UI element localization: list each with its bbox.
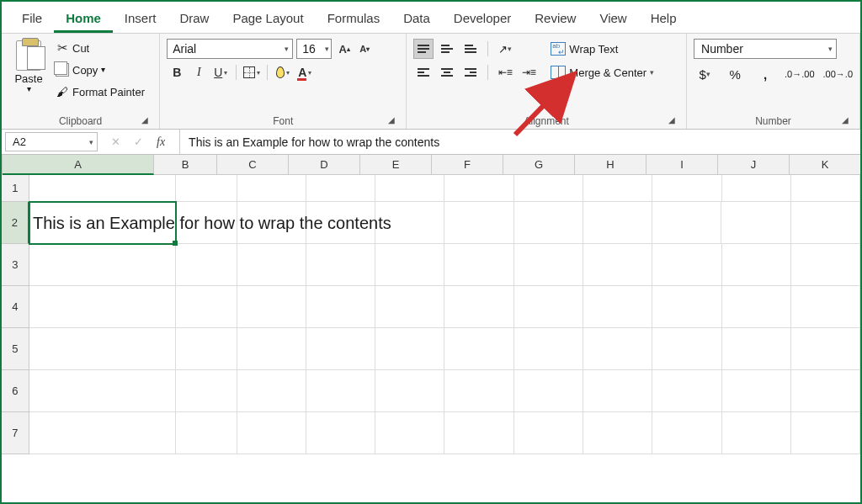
fill-color-button[interactable]	[273, 62, 293, 82]
dialog-launcher-font[interactable]: ◢	[386, 114, 397, 125]
cell-B3[interactable]	[176, 244, 237, 286]
cancel-formula-icon[interactable]: ✕	[111, 135, 120, 148]
row-header-7[interactable]: 7	[2, 412, 29, 454]
column-header-B[interactable]: B	[154, 155, 217, 175]
cell-J7[interactable]	[722, 412, 791, 454]
copy-button[interactable]: Copy ▾	[54, 61, 146, 79]
increase-decimal-button[interactable]: .0→.00	[785, 64, 814, 84]
cell-C4[interactable]	[237, 286, 306, 328]
cell-K7[interactable]	[791, 412, 860, 454]
row-header-6[interactable]: 6	[2, 370, 29, 412]
align-bottom-button[interactable]	[460, 39, 481, 59]
cell-K1[interactable]	[791, 175, 860, 202]
cell-I4[interactable]	[652, 286, 721, 328]
cell-F3[interactable]	[444, 244, 513, 286]
name-box[interactable]: A2 ▾	[5, 132, 98, 151]
column-header-G[interactable]: G	[503, 155, 575, 175]
tab-review[interactable]: Review	[523, 4, 588, 33]
column-header-A[interactable]: A	[3, 155, 154, 175]
align-top-button[interactable]	[413, 39, 434, 59]
cut-button[interactable]: Cut	[54, 39, 146, 57]
dialog-launcher-number[interactable]: ◢	[839, 114, 851, 125]
column-header-K[interactable]: K	[790, 155, 861, 175]
cell-H6[interactable]	[583, 370, 652, 412]
cell-B4[interactable]	[176, 286, 237, 328]
tab-draw[interactable]: Draw	[168, 4, 221, 33]
tab-formulas[interactable]: Formulas	[316, 4, 392, 33]
cell-K2[interactable]	[791, 202, 860, 244]
borders-button[interactable]	[242, 62, 262, 82]
dialog-launcher-alignment[interactable]: ◢	[666, 114, 678, 125]
tab-home[interactable]: Home	[54, 4, 113, 33]
column-header-E[interactable]: E	[360, 155, 432, 175]
italic-button[interactable]: I	[189, 62, 209, 82]
column-header-C[interactable]: C	[217, 155, 289, 175]
cell-A2[interactable]: This is an Example for how to wrap the c…	[29, 202, 176, 244]
cell-G7[interactable]	[514, 412, 583, 454]
number-format-select[interactable]: Number ▾	[694, 39, 837, 59]
bold-button[interactable]: B	[167, 62, 187, 82]
percent-format-button[interactable]: %	[724, 64, 746, 84]
cell-I2[interactable]	[652, 202, 721, 244]
cell-B2[interactable]	[176, 202, 237, 244]
cell-G1[interactable]	[514, 175, 583, 202]
paste-button[interactable]: Paste ▾	[8, 39, 49, 95]
cell-H1[interactable]	[583, 175, 652, 202]
column-header-F[interactable]: F	[432, 155, 503, 175]
cell-D5[interactable]	[306, 328, 375, 370]
cell-A5[interactable]	[29, 328, 176, 370]
column-header-I[interactable]: I	[646, 155, 718, 175]
cell-I1[interactable]	[652, 175, 721, 202]
tab-insert[interactable]: Insert	[113, 4, 168, 33]
tab-data[interactable]: Data	[391, 4, 442, 33]
cell-J6[interactable]	[722, 370, 791, 412]
cell-H2[interactable]	[583, 202, 652, 244]
cell-I6[interactable]	[652, 370, 721, 412]
cell-G4[interactable]	[514, 286, 583, 328]
cell-C3[interactable]	[237, 244, 306, 286]
cell-D3[interactable]	[306, 244, 375, 286]
cell-D4[interactable]	[306, 286, 375, 328]
enter-formula-icon[interactable]: ✓	[134, 135, 143, 148]
cell-G2[interactable]	[514, 202, 583, 244]
cell-E6[interactable]	[375, 370, 444, 412]
cell-H7[interactable]	[583, 412, 652, 454]
shrink-font-button[interactable]: A▾	[355, 39, 374, 59]
cell-J2[interactable]	[721, 202, 790, 244]
insert-function-button[interactable]: fx	[157, 135, 165, 149]
cell-K4[interactable]	[791, 286, 860, 328]
tab-developer[interactable]: Developer	[442, 4, 523, 33]
cell-A6[interactable]	[29, 370, 176, 412]
cell-B1[interactable]	[176, 175, 237, 202]
font-color-button[interactable]: A	[295, 62, 315, 82]
cell-C2[interactable]	[237, 202, 306, 244]
cell-A1[interactable]	[29, 175, 176, 202]
format-painter-button[interactable]: Format Painter	[54, 82, 146, 101]
cell-E2[interactable]	[375, 202, 444, 244]
tab-file[interactable]: File	[10, 4, 54, 33]
cell-K5[interactable]	[791, 328, 860, 370]
cell-C7[interactable]	[237, 412, 306, 454]
cell-H4[interactable]	[583, 286, 652, 328]
column-header-J[interactable]: J	[718, 155, 790, 175]
underline-button[interactable]: U	[210, 62, 231, 82]
row-header-3[interactable]: 3	[2, 244, 29, 286]
merge-center-button[interactable]: Merge & Center ▾	[549, 62, 656, 82]
cell-A7[interactable]	[29, 412, 176, 454]
increase-indent-button[interactable]: ⇥≡	[519, 62, 539, 82]
align-middle-button[interactable]	[437, 39, 457, 59]
cell-G5[interactable]	[514, 328, 583, 370]
cell-E5[interactable]	[375, 328, 444, 370]
tab-help[interactable]: Help	[639, 4, 689, 33]
row-header-5[interactable]: 5	[2, 328, 29, 370]
decrease-indent-button[interactable]: ⇤≡	[495, 62, 515, 82]
cell-G3[interactable]	[514, 244, 583, 286]
row-header-2[interactable]: 2	[2, 202, 29, 244]
cell-J4[interactable]	[722, 286, 791, 328]
grow-font-button[interactable]: A▴	[335, 39, 354, 59]
formula-bar-input[interactable]: This is an Example for how to wrap the c…	[179, 130, 860, 154]
cell-E7[interactable]	[375, 412, 444, 454]
cell-C1[interactable]	[237, 175, 306, 202]
comma-format-button[interactable]: ,	[754, 64, 776, 84]
cell-A3[interactable]	[29, 244, 176, 286]
